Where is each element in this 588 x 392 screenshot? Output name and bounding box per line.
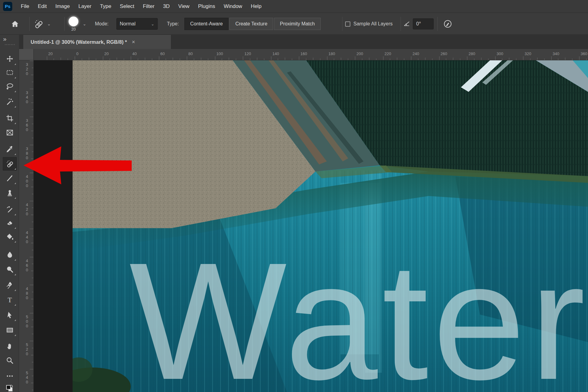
- vruler-label: 460: [25, 258, 29, 272]
- menu-type[interactable]: Type: [96, 0, 115, 13]
- brush-settings-picker[interactable]: 20 ⌄: [69, 13, 86, 35]
- ruler-tick: [32, 390, 33, 390]
- ruler-tick: [271, 56, 271, 60]
- ruler-tick: [30, 257, 33, 257]
- document-tab-title: Untitled-1 @ 300% (Watermark, RGB/8) *: [31, 39, 127, 45]
- eraser-tool[interactable]: [3, 216, 17, 230]
- eyedropper-tool[interactable]: [3, 142, 17, 156]
- vruler-label: 340: [25, 90, 29, 104]
- tool-flyout-indicator: [14, 319, 16, 321]
- document-tab[interactable]: Untitled-1 @ 300% (Watermark, RGB/8) * ×: [23, 35, 171, 49]
- ruler-tick: [30, 61, 33, 61]
- mode-dropdown[interactable]: Normal ⌄: [116, 13, 158, 35]
- edit-toolbar-ellipsis[interactable]: [3, 369, 17, 383]
- ruler-tick: [145, 58, 145, 60]
- menu-3d[interactable]: 3D: [159, 0, 174, 13]
- pen-pressure-button[interactable]: [443, 13, 452, 35]
- type-tool[interactable]: T: [3, 293, 17, 307]
- ruler-tick: [159, 56, 159, 60]
- move-tool[interactable]: [3, 52, 17, 66]
- magic-wand-tool-icon: [6, 98, 14, 106]
- mode-label: Mode:: [95, 13, 108, 35]
- menu-view[interactable]: View: [174, 0, 194, 13]
- path-selection-tool[interactable]: [3, 308, 17, 322]
- type-button-proximity-match[interactable]: Proximity Match: [274, 18, 321, 30]
- tools-panel: T: [0, 49, 19, 392]
- crop-tool-icon: [6, 114, 14, 122]
- menu-select[interactable]: Select: [115, 0, 138, 13]
- sample-all-layers-checkbox[interactable]: [345, 21, 350, 27]
- ruler-tick: [131, 56, 131, 60]
- horizontal-ruler[interactable]: 2002040608010012014016018020022024026028…: [34, 49, 588, 60]
- ruler-tick: [32, 166, 33, 166]
- ruler-tick: [30, 117, 33, 117]
- marquee-tool[interactable]: [3, 66, 17, 79]
- hand-tool[interactable]: [3, 339, 17, 353]
- collapse-panel-button[interactable]: »: [3, 36, 6, 43]
- marquee-tool-icon: [6, 69, 14, 77]
- menu-layer[interactable]: Layer: [74, 0, 96, 13]
- ruler-tick: [31, 159, 33, 159]
- ruler-tick: [558, 58, 558, 60]
- menu-filter[interactable]: Filter: [139, 0, 159, 13]
- ruler-tick: [390, 58, 390, 60]
- menu-help[interactable]: Help: [247, 0, 266, 13]
- vruler-label: 400: [25, 174, 29, 188]
- hruler-label: 260: [441, 51, 447, 56]
- ruler-tick: [467, 56, 467, 60]
- type-button-create-texture[interactable]: Create Texture: [229, 18, 273, 30]
- crop-tool[interactable]: [3, 111, 17, 125]
- vruler-label: 500: [25, 315, 29, 328]
- ruler-tick: [362, 58, 362, 60]
- menu-file[interactable]: File: [17, 0, 33, 13]
- sample-all-layers-option[interactable]: Sample All Layers: [345, 13, 393, 35]
- menu-image[interactable]: Image: [51, 0, 74, 13]
- spot-healing-brush-icon: [34, 19, 43, 28]
- brush-tool[interactable]: [3, 172, 17, 185]
- vertical-ruler[interactable]: 320340360380400420440460480500520540: [19, 60, 34, 392]
- rectangle-tool-icon: [6, 326, 14, 334]
- menu-plugins[interactable]: Plugins: [194, 0, 220, 13]
- pen-tool[interactable]: [3, 278, 17, 292]
- canvas-image[interactable]: Water: [73, 60, 588, 392]
- tab-close-icon[interactable]: ×: [132, 39, 135, 45]
- tool-preset-picker[interactable]: ⌄: [34, 13, 51, 35]
- home-button[interactable]: [11, 13, 19, 35]
- options-separator: [401, 17, 401, 31]
- menu-edit[interactable]: Edit: [33, 0, 51, 13]
- lasso-tool[interactable]: [3, 80, 17, 93]
- ruler-tick: [32, 250, 33, 250]
- frame-tool[interactable]: [3, 126, 17, 139]
- clone-stamp-tool[interactable]: [3, 186, 17, 200]
- ruler-origin-corner[interactable]: [19, 49, 34, 60]
- dodge-tool[interactable]: [3, 263, 17, 276]
- ruler-tick: [32, 334, 33, 334]
- sample-all-layers-label: Sample All Layers: [353, 21, 393, 27]
- zoom-tool[interactable]: [3, 354, 17, 367]
- vruler-label: 420: [25, 202, 29, 216]
- ruler-tick: [313, 58, 313, 60]
- history-brush-tool[interactable]: [3, 203, 17, 216]
- type-button-content-aware[interactable]: Content-Aware: [184, 18, 228, 30]
- rectangle-tool[interactable]: [3, 323, 17, 337]
- ruler-tick: [411, 56, 411, 60]
- ruler-tick: [31, 243, 33, 243]
- chevron-down-icon: ⌄: [83, 21, 86, 26]
- hruler-label: 360: [581, 51, 587, 56]
- tool-flyout-indicator: [14, 259, 16, 261]
- options-separator: [437, 17, 438, 31]
- brush-tip-icon: [69, 17, 78, 26]
- tool-flyout-indicator: [14, 153, 16, 155]
- magic-wand-tool[interactable]: [3, 95, 17, 108]
- blur-tool[interactable]: [3, 248, 17, 262]
- ruler-tick: [32, 278, 33, 278]
- ruler-tick: [306, 58, 306, 60]
- ruler-tick: [31, 327, 33, 327]
- menu-window[interactable]: Window: [219, 0, 246, 13]
- angle-input[interactable]: 0°: [413, 13, 434, 35]
- tool-flyout-indicator: [14, 274, 16, 275]
- ruler-tick: [173, 58, 173, 60]
- paint-bucket-tool[interactable]: [3, 230, 17, 243]
- spot-healing-brush-tool[interactable]: [3, 157, 17, 171]
- color-swatches[interactable]: [3, 382, 17, 392]
